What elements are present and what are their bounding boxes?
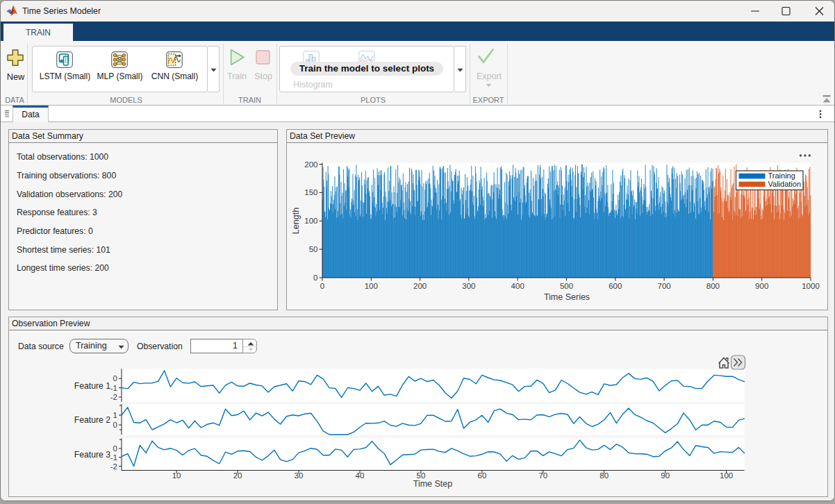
svg-text:20: 20 [233, 471, 242, 480]
svg-text:Feature 1: Feature 1 [74, 381, 110, 391]
svg-text:70: 70 [538, 471, 547, 480]
svg-text:Time Series: Time Series [544, 292, 590, 302]
svg-text:Length: Length [291, 208, 301, 234]
svg-text:150: 150 [304, 188, 317, 196]
svg-text:-2: -2 [110, 393, 117, 401]
svg-text:0: 0 [113, 444, 117, 453]
svg-text:Validation: Validation [768, 180, 802, 188]
svg-text:30: 30 [295, 471, 304, 480]
svg-text:200: 200 [413, 282, 427, 290]
svg-text:10: 10 [172, 471, 181, 480]
svg-text:500: 500 [560, 282, 573, 290]
svg-text:100: 100 [365, 282, 378, 290]
svg-text:300: 300 [462, 282, 475, 290]
svg-text:40: 40 [356, 471, 365, 480]
svg-text:600: 600 [609, 282, 622, 290]
svg-text:1000: 1000 [802, 282, 820, 290]
svg-text:Time Step: Time Step [413, 479, 453, 489]
svg-text:0: 0 [113, 374, 117, 383]
svg-text:100: 100 [720, 471, 733, 480]
svg-text:-2: -2 [110, 462, 117, 471]
svg-text:200: 200 [304, 160, 317, 169]
svg-text:900: 900 [755, 282, 768, 290]
svg-text:800: 800 [706, 282, 720, 290]
svg-text:Feature 3: Feature 3 [74, 450, 110, 460]
svg-text:-1: -1 [110, 384, 117, 392]
svg-text:Feature 2: Feature 2 [74, 415, 110, 425]
svg-text:100: 100 [304, 217, 317, 225]
svg-text:80: 80 [600, 471, 609, 480]
svg-text:0: 0 [113, 421, 117, 429]
svg-text:Training: Training [768, 171, 795, 180]
svg-text:0: 0 [313, 274, 317, 282]
svg-text:700: 700 [658, 282, 671, 290]
svg-text:0: 0 [320, 282, 324, 290]
svg-text:1: 1 [113, 411, 117, 419]
svg-text:400: 400 [511, 282, 524, 290]
svg-text:-1: -1 [110, 453, 117, 462]
svg-text:60: 60 [478, 471, 487, 480]
svg-text:90: 90 [661, 471, 670, 480]
svg-text:50: 50 [309, 245, 318, 253]
